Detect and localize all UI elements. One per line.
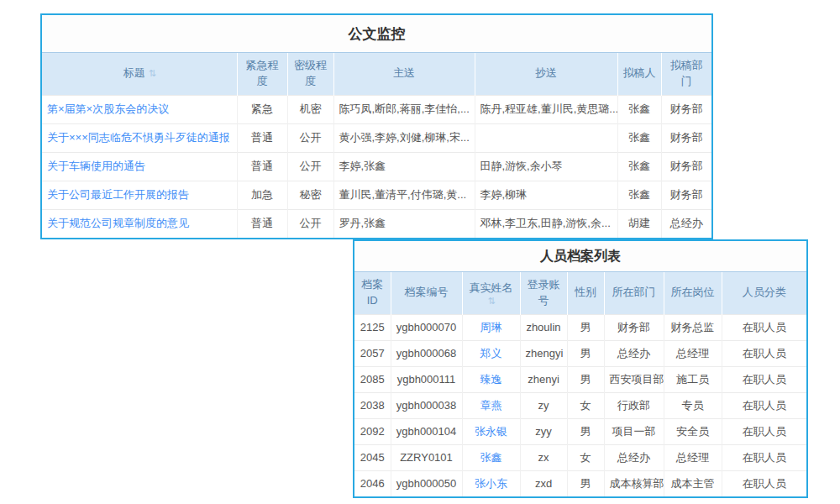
- cell-id: 2057: [354, 340, 391, 366]
- personnel-title: 人员档案列表: [354, 241, 806, 271]
- sort-icon[interactable]: ⇅: [467, 297, 516, 305]
- cell-gender: 男: [567, 470, 604, 496]
- cell-urgency: 普通: [237, 152, 287, 181]
- cell-draft_dept: 财务部: [661, 95, 711, 123]
- personnel-table: 档案ID 档案编号 真实姓名 ⇅ 登录账号 性别 所在部门 所在岗位 人员分类 …: [354, 271, 806, 496]
- person-name-link[interactable]: 周琳: [480, 321, 502, 333]
- person-name-link[interactable]: 张鑫: [480, 451, 502, 464]
- cell-id: 2125: [354, 314, 391, 340]
- cell-drafter: 张鑫: [617, 181, 661, 209]
- cell-category: 在职人员: [722, 392, 806, 418]
- cell-post: 成本主管: [664, 470, 722, 496]
- column-header-cc: 抄送: [475, 53, 617, 96]
- cell-dept: 成本核算部: [604, 470, 664, 496]
- cell-id: 2092: [354, 418, 391, 444]
- document-monitor-panel: 公文监控 标题⇅ 紧急程度 密级程度 主送 抄送 拟稿人 拟稿部门 第×届第×次…: [40, 13, 713, 239]
- cell-account: zhoulin: [520, 314, 567, 340]
- person-name-link[interactable]: 张小东: [475, 477, 507, 490]
- cell-drafter: 张鑫: [617, 95, 661, 123]
- cell-cc: 李婷,柳琳: [475, 181, 617, 209]
- cell-gender: 男: [567, 314, 604, 340]
- cell-account: zyy: [520, 418, 567, 444]
- cell-main_to: 罗丹,张鑫: [333, 209, 475, 238]
- person-name-link[interactable]: 臻逸: [480, 373, 502, 386]
- cell-code: ygbh000111: [391, 366, 462, 392]
- document-title-link[interactable]: 关于公司最近工作开展的报告: [47, 188, 189, 201]
- table-row: 2045ZZRY0101张鑫zx女总经办总经理在职人员: [354, 444, 806, 470]
- column-header-title[interactable]: 标题⇅: [42, 53, 237, 96]
- cell-drafter: 张鑫: [617, 123, 661, 152]
- cell-urgency: 加急: [237, 181, 287, 209]
- table-row: 2046ygbh000050张小东zxd男成本核算部成本主管在职人员: [354, 470, 806, 496]
- column-header-main-to: 主送: [333, 53, 475, 96]
- cell-urgency: 普通: [237, 209, 287, 238]
- cell-title: 第×届第×次股东会的决议: [42, 95, 237, 123]
- cell-drafter: 张鑫: [617, 152, 661, 181]
- document-title-link[interactable]: 第×届第×次股东会的决议: [47, 102, 169, 115]
- person-name-link[interactable]: 张永银: [475, 425, 507, 438]
- cell-name: 周琳: [462, 314, 520, 340]
- cell-dept: 行政部: [604, 392, 664, 418]
- document-title-link[interactable]: 关于车辆使用的通告: [47, 160, 145, 172]
- sort-icon[interactable]: ⇅: [149, 67, 155, 81]
- cell-account: zhengyi: [520, 340, 567, 366]
- table-row: 2038ygbh000038章燕zy女行政部专员在职人员: [354, 392, 806, 418]
- cell-drafter: 胡建: [617, 209, 661, 238]
- cell-code: ygbh000104: [391, 418, 462, 444]
- cell-urgency: 普通: [237, 123, 287, 152]
- cell-gender: 男: [567, 340, 604, 366]
- cell-account: zx: [520, 444, 567, 470]
- table-row: 关于×××同志临危不惧勇斗歹徒的通报普通公开黄小强,李婷,刘健,柳琳,宋...张…: [42, 123, 711, 152]
- cell-category: 在职人员: [722, 444, 806, 470]
- cell-post: 安全员: [664, 418, 722, 444]
- table-row: 2125ygbh000070周琳zhoulin男财务部财务总监在职人员: [354, 314, 806, 340]
- cell-account: zhenyi: [520, 366, 567, 392]
- cell-main_to: 黄小强,李婷,刘健,柳琳,宋...: [333, 123, 475, 152]
- column-header-urgency: 紧急程度: [237, 53, 287, 96]
- doc-monitor-title: 公文监控: [42, 15, 711, 52]
- cell-main_to: 李婷,张鑫: [333, 152, 475, 181]
- cell-draft_dept: 总经办: [661, 209, 711, 238]
- column-header-real-name[interactable]: 真实姓名 ⇅: [462, 272, 520, 315]
- document-title-link[interactable]: 关于规范公司规章制度的意见: [47, 217, 189, 229]
- cell-account: zxd: [520, 470, 567, 496]
- header-row: 标题⇅ 紧急程度 密级程度 主送 抄送 拟稿人 拟稿部门: [42, 53, 711, 96]
- cell-cc: [475, 123, 617, 152]
- cell-security: 公开: [287, 123, 333, 152]
- cell-category: 在职人员: [722, 418, 806, 444]
- cell-main_to: 董川民,董清平,付伟璐,黄...: [333, 181, 475, 209]
- cell-cc: 陈丹,程亚雄,董川民,黄思璐...: [475, 95, 617, 123]
- header-row: 档案ID 档案编号 真实姓名 ⇅ 登录账号 性别 所在部门 所在岗位 人员分类: [354, 272, 806, 315]
- person-name-link[interactable]: 郑义: [480, 347, 502, 360]
- cell-id: 2085: [354, 366, 391, 392]
- table-row: 关于车辆使用的通告普通公开李婷,张鑫田静,游恢,余小琴张鑫财务部: [42, 152, 711, 181]
- cell-gender: 男: [567, 366, 604, 392]
- cell-account: zy: [520, 392, 567, 418]
- cell-draft_dept: 财务部: [661, 181, 711, 209]
- column-header-draft-dept: 拟稿部门: [661, 53, 711, 96]
- doc-monitor-table: 标题⇅ 紧急程度 密级程度 主送 抄送 拟稿人 拟稿部门 第×届第×次股东会的决…: [42, 52, 711, 238]
- cell-post: 总经理: [664, 340, 722, 366]
- cell-code: ygbh000070: [391, 314, 462, 340]
- person-name-link[interactable]: 章燕: [480, 399, 502, 412]
- column-header-gender: 性别: [567, 272, 604, 315]
- cell-draft_dept: 财务部: [661, 152, 711, 181]
- column-header-dept: 所在部门: [604, 272, 664, 315]
- table-row: 第×届第×次股东会的决议紧急机密陈巧凤,断郎,蒋丽,李佳怡,...陈丹,程亚雄,…: [42, 95, 711, 123]
- cell-title: 关于车辆使用的通告: [42, 152, 237, 181]
- column-header-drafter: 拟稿人: [617, 53, 661, 96]
- cell-id: 2046: [354, 470, 391, 496]
- cell-dept: 财务部: [604, 314, 664, 340]
- cell-draft_dept: 财务部: [661, 123, 711, 152]
- table-row: 2085ygbh000111臻逸zhenyi男西安项目部施工员在职人员: [354, 366, 806, 392]
- column-header-archive-code: 档案编号: [391, 272, 462, 315]
- cell-title: 关于×××同志临危不惧勇斗歹徒的通报: [42, 123, 237, 152]
- cell-code: ygbh000038: [391, 392, 462, 418]
- table-row: 关于公司最近工作开展的报告加急秘密董川民,董清平,付伟璐,黄...李婷,柳琳张鑫…: [42, 181, 711, 209]
- cell-cc: 田静,游恢,余小琴: [475, 152, 617, 181]
- cell-gender: 女: [567, 392, 604, 418]
- document-title-link[interactable]: 关于×××同志临危不惧勇斗歹徒的通报: [47, 131, 230, 144]
- cell-name: 郑义: [462, 340, 520, 366]
- column-header-security: 密级程度: [287, 53, 333, 96]
- cell-post: 施工员: [664, 366, 722, 392]
